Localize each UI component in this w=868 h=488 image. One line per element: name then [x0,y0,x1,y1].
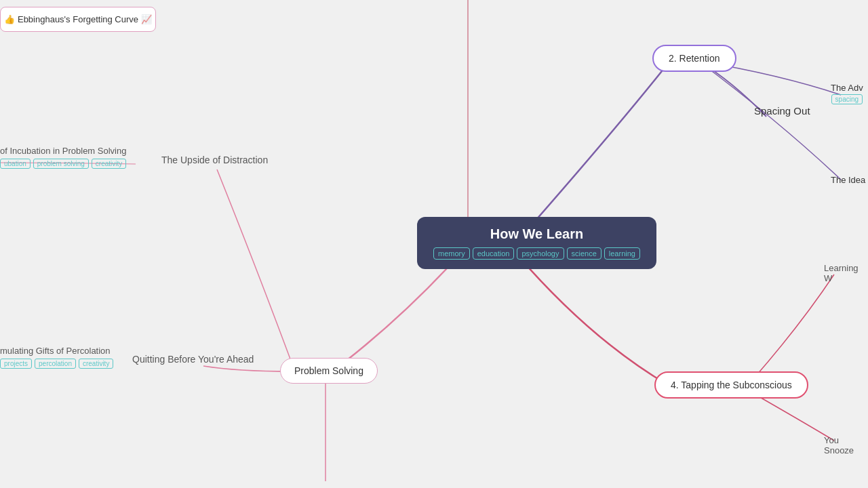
tag-psychology: psychology [517,247,564,260]
the-idea-label: The Idea [831,175,865,185]
the-adv-node[interactable]: The Adv spacing [831,83,863,104]
tag-science: science [567,247,601,260]
percolation-label: mulating Gifts of Percolation [0,346,111,356]
tag-ubation: ubation [0,159,31,169]
the-idea-node[interactable]: The Idea [831,175,865,185]
upside-distraction-node[interactable]: The Upside of Distraction [161,155,268,165]
spacing-out-label: Spacing Out [754,105,810,117]
spacing-out-node[interactable]: Spacing Out [754,105,810,117]
tag-percolation: percolation [35,359,76,369]
quitting-node[interactable]: Quitting Before You're Ahead [132,354,254,365]
tapping-subconscious-label: 4. Tapping the Subconscious [654,371,808,399]
tag-creativity2: creativity [79,359,113,369]
tag-projects: projects [0,359,32,369]
problem-solving-node[interactable]: Problem Solving [280,358,378,384]
problem-solving-label: Problem Solving [280,358,378,384]
tapping-subconscious-node[interactable]: 4. Tapping the Subconscious [654,371,808,399]
tag-learning: learning [604,247,640,260]
the-adv-label: The Adv [831,83,863,93]
tag-problem-solving: problem solving [33,159,89,169]
incubation-label: of Incubation in Problem Solving [0,146,126,156]
mind-map-canvas: How We Learn memory education psychology… [0,0,868,488]
incubation-node[interactable]: of Incubation in Problem Solving ubation… [0,146,126,169]
you-snooze-label: You Snooze [824,435,868,455]
you-snooze-node[interactable]: You Snooze [824,435,868,455]
quitting-label: Quitting Before You're Ahead [132,354,254,365]
tag-education: education [473,247,515,260]
learning-w-label: Learning W [824,263,868,283]
percolation-node[interactable]: mulating Gifts of Percolation projects p… [0,346,113,369]
retention-label: 2. Retention [652,45,736,72]
tag-creativity1: creativity [92,159,126,169]
central-node-title: How We Learn [490,226,583,242]
ebbinghaus-label: 👍 Ebbinghaus's Forgetting Curve 📈 [4,14,151,24]
upside-distraction-label: The Upside of Distraction [161,155,268,165]
learning-w-node[interactable]: Learning W [824,263,868,283]
spacing-tag: spacing [831,94,863,104]
retention-node[interactable]: 2. Retention [652,45,736,72]
ebbinghaus-node[interactable]: 👍 Ebbinghaus's Forgetting Curve 📈 [0,7,156,32]
tag-memory: memory [433,247,470,260]
central-node-tags: memory education psychology science lear… [433,247,640,260]
central-node[interactable]: How We Learn memory education psychology… [417,217,656,269]
